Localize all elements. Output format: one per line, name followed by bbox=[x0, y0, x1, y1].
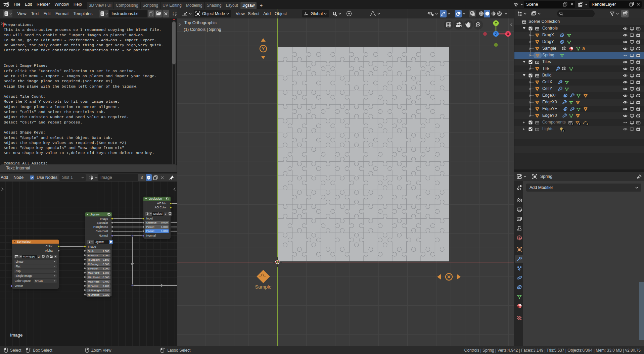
svg-text:X: X bbox=[507, 32, 509, 36]
svg-text:1: 1 bbox=[173, 11, 174, 14]
svg-text:Y: Y bbox=[262, 47, 265, 51]
svg-text:2: 2 bbox=[173, 14, 174, 16]
svg-text:Y: Y bbox=[495, 21, 497, 25]
svg-text:Z: Z bbox=[495, 32, 497, 36]
